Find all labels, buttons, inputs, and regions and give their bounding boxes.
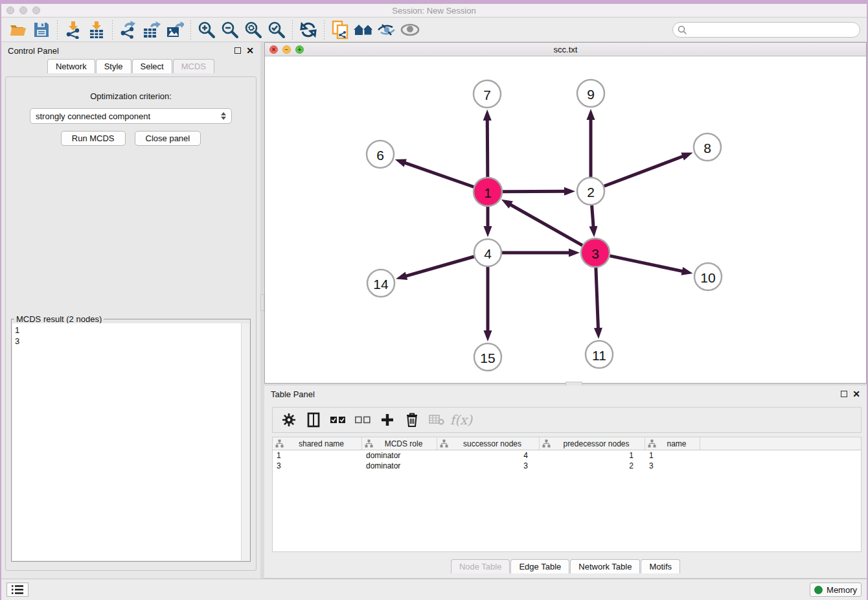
network-view-window: × − + scc.txt 1234678910111415 (264, 42, 867, 384)
node-table[interactable]: shared nameMCDS rolesuccessor nodesprede… (272, 437, 862, 552)
table-row[interactable]: 1dominator411 (273, 450, 861, 461)
table-tab-node-table[interactable]: Node Table (451, 559, 510, 573)
toolbar-separator (190, 20, 191, 40)
edge-1-6[interactable] (404, 163, 474, 187)
float-panel-icon[interactable] (234, 47, 241, 54)
panel-splitter-handle[interactable] (260, 294, 264, 311)
result-item[interactable]: 3 (15, 336, 238, 347)
tab-mcds[interactable]: MCDS (173, 59, 214, 73)
settings-gear-icon[interactable] (278, 410, 300, 430)
control-tabs: NetworkStyleSelectMCDS (1, 59, 260, 73)
search-icon (678, 25, 687, 35)
zoom-out-icon[interactable] (218, 19, 242, 40)
import-table-icon[interactable] (85, 19, 108, 40)
delete-table-icon[interactable] (426, 410, 448, 430)
show-hidden-icon[interactable] (398, 19, 422, 40)
criterion-dropdown[interactable]: strongly connected component (30, 108, 232, 124)
node-label: 7 (483, 87, 491, 102)
tree-icon (542, 439, 551, 448)
import-network-icon[interactable] (62, 19, 85, 40)
table-tab-network-table[interactable]: Network Table (570, 559, 640, 573)
add-row-icon[interactable] (376, 410, 398, 430)
table-body: 1dominator4113dominator323 (273, 450, 861, 471)
tab-select[interactable]: Select (132, 59, 172, 73)
result-item[interactable]: 1 (15, 325, 238, 336)
zoom-selected-icon[interactable] (265, 19, 288, 40)
search-input[interactable] (672, 22, 860, 38)
edge-2-8[interactable] (604, 156, 684, 186)
node-label: 14 (373, 277, 389, 292)
mcds-result-list: 13 (12, 323, 241, 560)
edge-2-3[interactable] (592, 205, 594, 227)
table-row[interactable]: 3dominator323 (273, 461, 861, 471)
edge-arrowhead (501, 200, 513, 209)
column-header-predecessor-nodes[interactable]: predecessor nodes (540, 437, 645, 450)
close-panel-icon[interactable]: ✕ (246, 47, 254, 54)
edge-3-11[interactable] (596, 267, 599, 329)
table-cell: 4 (437, 450, 540, 461)
main-area: Control Panel ✕ NetworkStyleSelectMCDS O… (1, 42, 867, 579)
criterion-dropdown-value: strongly connected component (36, 111, 150, 121)
delete-row-icon[interactable] (401, 410, 423, 430)
export-table-icon[interactable] (140, 19, 163, 40)
network-canvas[interactable]: 1234678910111415 (265, 56, 866, 383)
zoom-in-icon[interactable] (195, 19, 218, 40)
home-icon[interactable] (352, 19, 375, 40)
edge-3-10[interactable] (610, 256, 683, 271)
column-selector-icon[interactable] (303, 410, 325, 430)
table-cell: dominator (362, 450, 437, 461)
node-label: 10 (700, 270, 715, 285)
export-image-icon[interactable] (163, 19, 187, 40)
result-scrollbar[interactable] (241, 323, 249, 560)
network-close-button[interactable]: × (269, 45, 278, 54)
float-table-panel-icon[interactable] (841, 391, 847, 397)
column-header-name[interactable]: name (645, 437, 700, 450)
hide-selected-icon[interactable] (375, 19, 398, 40)
network-window-titlebar: × − + scc.txt (265, 43, 866, 56)
edge-arrowhead (589, 226, 598, 237)
mcds-panel-body: Optimization criterion: strongly connect… (5, 76, 257, 571)
memory-status-icon (814, 586, 823, 594)
column-header-shared-name[interactable]: shared name (273, 437, 362, 450)
edge-arrowhead (395, 159, 407, 167)
toolbar-separator (57, 20, 58, 40)
save-session-icon[interactable] (30, 19, 53, 40)
table-cell: 2 (540, 461, 645, 471)
function-builder-icon[interactable]: f(x) (450, 410, 472, 430)
open-session-icon[interactable] (6, 19, 30, 40)
node-label: 8 (703, 141, 711, 156)
window-title: Session: New Session (1, 6, 867, 16)
titlebar: Session: New Session (1, 4, 867, 17)
refresh-icon[interactable] (297, 19, 320, 40)
column-header-successor-nodes[interactable]: successor nodes (437, 437, 540, 450)
edge-1-7[interactable] (487, 119, 488, 178)
run-mcds-button[interactable]: Run MCDS (61, 131, 126, 146)
close-panel-button[interactable]: Close panel (135, 131, 201, 146)
table-tab-motifs[interactable]: Motifs (641, 559, 680, 573)
control-panel-title: Control Panel (8, 46, 59, 56)
select-all-checkboxes-icon[interactable] (327, 410, 349, 430)
table-header-row: shared nameMCDS rolesuccessor nodesprede… (273, 437, 861, 450)
unselect-all-checkboxes-icon[interactable] (352, 410, 374, 430)
table-tab-edge-table[interactable]: Edge Table (510, 559, 569, 573)
tab-style[interactable]: Style (96, 59, 131, 73)
edge-4-14[interactable] (405, 257, 474, 276)
memory-label: Memory (827, 585, 857, 595)
memory-button[interactable]: Memory (810, 583, 862, 597)
right-column: × − + scc.txt 1234678910111415 Table Pan… (264, 42, 867, 579)
node-label: 11 (592, 348, 606, 363)
edge-1-2[interactable] (502, 191, 565, 192)
network-maximize-button[interactable]: + (295, 45, 304, 54)
zoom-fit-icon[interactable] (242, 19, 265, 40)
edge-3-1[interactable] (510, 204, 583, 246)
export-network-icon[interactable] (117, 19, 140, 40)
copy-network-view-icon[interactable] (328, 19, 352, 40)
table-cell: dominator (362, 461, 437, 471)
tree-icon (275, 439, 284, 448)
column-header-MCDS-role[interactable]: MCDS role (362, 437, 437, 450)
network-minimize-button[interactable]: − (282, 45, 291, 54)
tab-network[interactable]: Network (47, 59, 95, 73)
table-cell: 3 (273, 461, 362, 471)
task-history-button[interactable] (6, 583, 29, 597)
close-table-panel-icon[interactable]: ✕ (852, 391, 860, 397)
